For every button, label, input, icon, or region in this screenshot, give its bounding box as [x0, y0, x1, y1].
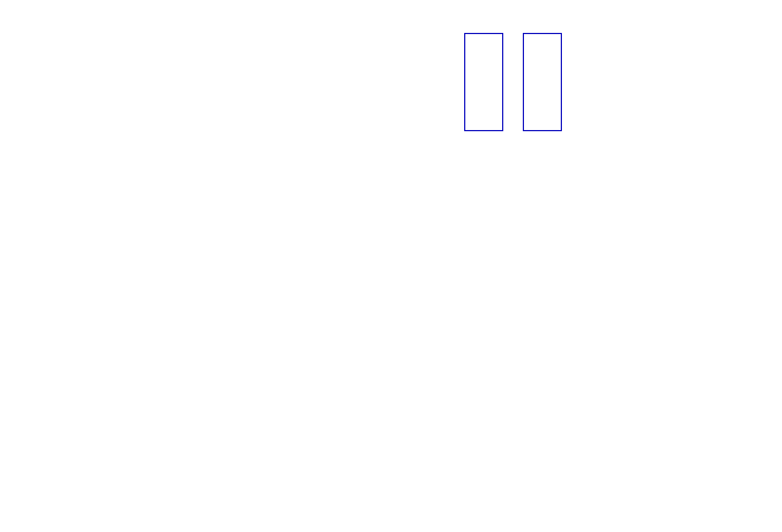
clean-image	[523, 33, 562, 131]
withsky-image	[464, 33, 503, 131]
full-spectrum-chart	[46, 188, 731, 252]
elixer-detection-report	[0, 0, 782, 532]
line-fit-chart	[578, 29, 732, 130]
